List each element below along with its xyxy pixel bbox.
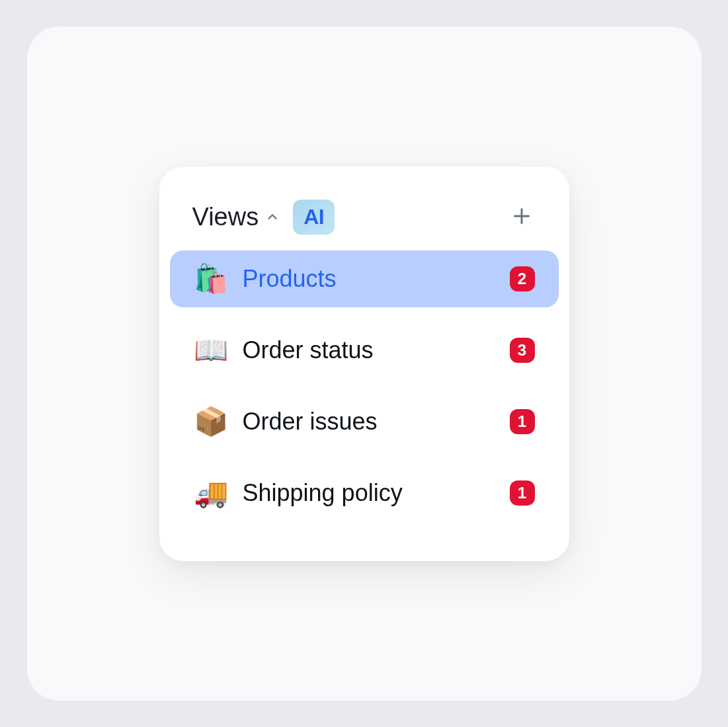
outer-container: Views AI �: [27, 26, 702, 701]
view-item-products[interactable]: 🛍️ Products 2: [170, 250, 559, 307]
views-list: 🛍️ Products 2 📖 Order status 3 📦 Order i…: [159, 250, 569, 521]
shopping-bags-icon: 🛍️: [194, 265, 227, 293]
package-icon: 📦: [194, 408, 227, 436]
add-view-button[interactable]: [507, 202, 536, 231]
views-panel: Views AI �: [159, 167, 569, 561]
view-label: Order status: [243, 336, 494, 364]
view-item-order-issues[interactable]: 📦 Order issues 1: [170, 393, 559, 450]
count-badge: 2: [510, 266, 535, 291]
count-badge: 3: [510, 338, 535, 363]
count-badge: 1: [510, 409, 535, 434]
views-header-toggle[interactable]: Views: [192, 203, 280, 231]
view-label: Order issues: [243, 408, 494, 436]
view-item-shipping-policy[interactable]: 🚚 Shipping policy 1: [170, 465, 559, 521]
book-icon: 📖: [194, 336, 227, 364]
chevron-up-icon: [265, 210, 280, 224]
panel-header: Views AI: [159, 200, 569, 250]
view-label: Products: [243, 265, 494, 293]
truck-icon: 🚚: [194, 479, 227, 507]
view-label: Shipping policy: [243, 479, 494, 507]
count-badge: 1: [510, 480, 535, 506]
view-item-order-status[interactable]: 📖 Order status 3: [170, 322, 559, 379]
ai-badge[interactable]: AI: [293, 200, 335, 235]
views-title: Views: [192, 203, 259, 231]
plus-icon: [510, 204, 534, 230]
